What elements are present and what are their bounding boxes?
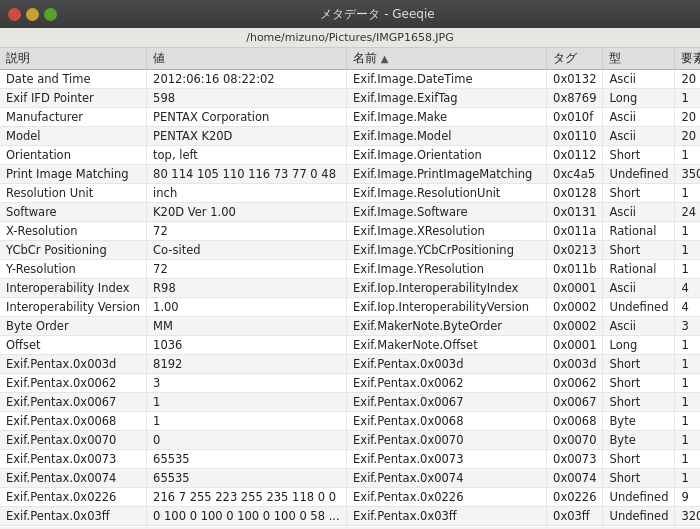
cell-desc: YCbCr Positioning (0, 241, 147, 260)
cell-name: Exif.Image.Orientation (347, 146, 547, 165)
table-row[interactable]: SoftwareK20D Ver 1.00Exif.Image.Software… (0, 203, 700, 222)
cell-desc: Exif.Pentax.0x0068 (0, 412, 147, 431)
cell-tag: 0x0067 (547, 393, 603, 412)
table-row[interactable]: Resolution UnitinchExif.Image.Resolution… (0, 184, 700, 203)
cell-desc: X-Resolution (0, 222, 147, 241)
cell-name: Exif.Image.Make (347, 108, 547, 127)
table-row[interactable]: ModelPENTAX K20DExif.Image.Model0x0110As… (0, 127, 700, 146)
cell-name: Exif.Iop.InteroperabilityVersion (347, 298, 547, 317)
table-row[interactable]: Exif.Pentax.0x007465535Exif.Pentax.0x007… (0, 469, 700, 488)
col-header-elem[interactable]: 要素 (675, 48, 700, 70)
cell-type: Short (603, 355, 675, 374)
cell-type: Undefined (603, 488, 675, 507)
table-row[interactable]: Print Image Matching80 114 105 110 116 7… (0, 165, 700, 184)
cell-elem: 4 (675, 298, 700, 317)
cell-elem: 1 (675, 260, 700, 279)
cell-tag: 0xc4a5 (547, 165, 603, 184)
table-row[interactable]: Interoperability IndexR98Exif.Iop.Intero… (0, 279, 700, 298)
cell-elem: 1 (675, 146, 700, 165)
col-header-type[interactable]: 型 (603, 48, 675, 70)
cell-name: Exif.Image.Model (347, 127, 547, 146)
cell-desc: Software (0, 203, 147, 222)
cell-type: Rational (603, 222, 675, 241)
cell-val: 72 (147, 222, 347, 241)
title-bar: メタデータ - Geeqie (0, 0, 700, 28)
cell-name: Exif.Image.ResolutionUnit (347, 184, 547, 203)
cell-elem: 1 (675, 412, 700, 431)
cell-type: Ascii (603, 127, 675, 146)
table-row[interactable]: Exif.Pentax.0x0226216 7 255 223 255 235 … (0, 488, 700, 507)
table-row[interactable]: Offset1036Exif.MakerNote.Offset0x0001Lon… (0, 336, 700, 355)
cell-val: 8192 (147, 355, 347, 374)
cell-val: top, left (147, 146, 347, 165)
cell-tag: 0x0026 (547, 526, 603, 528)
col-header-desc[interactable]: 説明 (0, 48, 147, 70)
cell-val: 72 (147, 260, 347, 279)
col-header-tag[interactable]: タグ (547, 48, 603, 70)
cell-desc: Exif.Pentax.0x0067 (0, 393, 147, 412)
cell-name: Exif.Pentax.0x0226 (347, 488, 547, 507)
cell-val: 3 (147, 374, 347, 393)
cell-val: 1 (147, 412, 347, 431)
cell-desc: Exif.Pentax.0x0226 (0, 488, 147, 507)
close-button[interactable] (8, 8, 21, 21)
cell-elem: 20 (675, 127, 700, 146)
table-row[interactable]: Orientationtop, leftExif.Image.Orientati… (0, 146, 700, 165)
table-row[interactable]: Exif IFD Pointer598Exif.Image.ExifTag0x8… (0, 89, 700, 108)
table-row[interactable]: Exif.Pentax.0x003d8192Exif.Pentax.0x003d… (0, 355, 700, 374)
cell-val: 216 7 255 223 255 235 118 0 0 (147, 488, 347, 507)
table-row[interactable]: X-Resolution72Exif.Image.XResolution0x01… (0, 222, 700, 241)
cell-name: Exif.Pentax.0x03ff (347, 507, 547, 526)
table-row[interactable]: Exif.Pentax.0x03ff0 100 0 100 0 100 0 10… (0, 507, 700, 526)
cell-tag: 0x0131 (547, 203, 603, 222)
cell-elem: 1 (675, 374, 700, 393)
cell-tag: 0x0110 (547, 127, 603, 146)
cell-elem: 1 (675, 431, 700, 450)
cell-tag: 0x0112 (547, 146, 603, 165)
cell-val: 0 (147, 431, 347, 450)
table-row[interactable]: Exif.Pentax.0x00681Exif.Pentax.0x00680x0… (0, 412, 700, 431)
table-row[interactable]: Exif.Pentax.0x00700Exif.Pentax.0x00700x0… (0, 431, 700, 450)
cell-val: PENTAX Corporation (147, 108, 347, 127)
cell-val: 1 (147, 393, 347, 412)
cell-type: Byte (603, 431, 675, 450)
table-row[interactable]: AEInfo80 112 48 64 0 164 0 0 14 97 97 ..… (0, 526, 700, 528)
cell-type: Ascii (603, 70, 675, 89)
cell-name: Exif.Image.XResolution (347, 222, 547, 241)
cell-val: MM (147, 317, 347, 336)
cell-val: Co-sited (147, 241, 347, 260)
cell-tag: 0x0001 (547, 279, 603, 298)
cell-desc: Exif.Pentax.0x003d (0, 355, 147, 374)
table-row[interactable]: Byte OrderMMExif.MakerNote.ByteOrder0x00… (0, 317, 700, 336)
table-row[interactable]: Exif.Pentax.0x007365535Exif.Pentax.0x007… (0, 450, 700, 469)
cell-name: Exif.Pentax.0x003d (347, 355, 547, 374)
cell-tag: 0x011b (547, 260, 603, 279)
table-row[interactable]: YCbCr PositioningCo-sitedExif.Image.YCbC… (0, 241, 700, 260)
cell-tag: 0x8769 (547, 89, 603, 108)
cell-type: Undefined (603, 507, 675, 526)
cell-name: Exif.Pentax.0x0068 (347, 412, 547, 431)
col-header-name[interactable]: 名前 ▲ (347, 48, 547, 70)
maximize-button[interactable] (44, 8, 57, 21)
cell-tag: 0x0001 (547, 336, 603, 355)
cell-tag: 0x003d (547, 355, 603, 374)
table-container[interactable]: 説明 値 名前 ▲ タグ 型 要素 D (0, 48, 700, 527)
table-row[interactable]: Exif.Pentax.0x00623Exif.Pentax.0x00620x0… (0, 374, 700, 393)
col-header-val[interactable]: 値 (147, 48, 347, 70)
cell-type: Short (603, 146, 675, 165)
cell-desc: Exif.Pentax.0x0073 (0, 450, 147, 469)
table-row[interactable]: Exif.Pentax.0x00671Exif.Pentax.0x00670x0… (0, 393, 700, 412)
table-row[interactable]: Y-Resolution72Exif.Image.YResolution0x01… (0, 260, 700, 279)
cell-desc: Print Image Matching (0, 165, 147, 184)
cell-name: Exif.Image.ExifTag (347, 89, 547, 108)
cell-type: Rational (603, 260, 675, 279)
table-header-row: 説明 値 名前 ▲ タグ 型 要素 (0, 48, 700, 70)
table-row[interactable]: Date and Time2012:06:16 08:22:02Exif.Ima… (0, 70, 700, 89)
table-row[interactable]: Interoperability Version1.00Exif.Iop.Int… (0, 298, 700, 317)
minimize-button[interactable] (26, 8, 39, 21)
cell-tag: 0x0002 (547, 317, 603, 336)
cell-val: 80 114 105 110 116 73 77 0 48 (147, 165, 347, 184)
table-row[interactable]: ManufacturerPENTAX CorporationExif.Image… (0, 108, 700, 127)
cell-type: Short (603, 393, 675, 412)
cell-type: Undefined (603, 165, 675, 184)
